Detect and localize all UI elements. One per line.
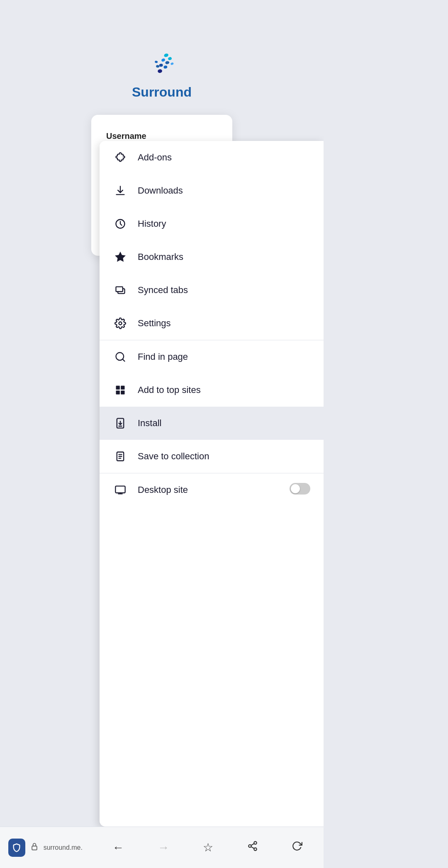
svg-marker-11 <box>115 252 125 261</box>
synced-tabs-label: Synced tabs <box>138 285 188 296</box>
settings-icon <box>113 316 128 331</box>
url-display[interactable]: surround.me... <box>44 844 83 851</box>
synced-tabs-icon <box>113 283 128 298</box>
svg-rect-16 <box>116 386 120 390</box>
svg-point-9 <box>155 61 158 63</box>
svg-point-4 <box>159 63 163 67</box>
grid-icon <box>113 383 128 398</box>
browser-bottom-bar: surround.me... ← → ☆ <box>0 827 324 868</box>
bookmark-button[interactable]: ☆ <box>198 837 218 858</box>
menu-item-synced-tabs[interactable]: Synced tabs <box>100 274 324 307</box>
history-label: History <box>138 218 166 229</box>
install-label: Install <box>138 418 161 429</box>
menu-item-desktop-site[interactable]: Desktop site <box>100 473 324 507</box>
puzzle-icon <box>113 150 128 165</box>
reload-button[interactable] <box>287 837 307 858</box>
menu-item-addons[interactable]: Add-ons <box>100 141 324 174</box>
browser-menu-dropdown: Add-ons Downloads History Bookmarks <box>100 141 324 827</box>
menu-item-add-top-sites[interactable]: Add to top sites <box>100 373 324 407</box>
brand-title: Surround <box>132 85 192 100</box>
svg-line-32 <box>251 847 254 849</box>
desktop-site-label: Desktop site <box>138 485 188 495</box>
svg-rect-28 <box>32 846 37 850</box>
svg-rect-19 <box>121 390 124 394</box>
save-collection-label: Save to collection <box>138 451 209 462</box>
svg-point-7 <box>156 65 160 68</box>
svg-point-8 <box>170 62 174 65</box>
search-icon <box>113 349 128 364</box>
save-collection-icon <box>113 449 128 464</box>
lock-icon <box>30 842 39 853</box>
browser-bar-left: surround.me... <box>0 839 91 857</box>
svg-point-13 <box>119 322 122 325</box>
desktop-site-icon <box>113 482 128 497</box>
forward-button[interactable]: → <box>153 838 174 858</box>
settings-label: Settings <box>138 318 171 329</box>
desktop-site-toggle-container[interactable] <box>290 483 310 497</box>
browser-nav-buttons: ← → ☆ <box>91 837 324 858</box>
svg-point-6 <box>158 69 162 73</box>
svg-line-15 <box>122 359 124 361</box>
svg-rect-12 <box>116 287 123 292</box>
bookmarks-label: Bookmarks <box>138 252 183 262</box>
svg-point-3 <box>161 58 166 62</box>
svg-rect-18 <box>116 390 120 394</box>
menu-item-save-collection[interactable]: Save to collection <box>100 440 324 473</box>
download-icon <box>113 183 128 198</box>
menu-item-find-in-page[interactable]: Find in page <box>100 340 324 373</box>
svg-point-5 <box>163 65 168 69</box>
svg-rect-17 <box>121 386 124 390</box>
downloads-label: Downloads <box>138 185 183 196</box>
shield-icon[interactable] <box>8 839 25 857</box>
svg-point-0 <box>163 53 169 58</box>
addons-label: Add-ons <box>138 152 172 163</box>
clock-icon <box>113 216 128 231</box>
username-label: Username <box>106 131 217 141</box>
star-icon <box>113 250 128 264</box>
menu-item-downloads[interactable]: Downloads <box>100 174 324 207</box>
back-button[interactable]: ← <box>107 838 129 858</box>
menu-item-settings[interactable]: Settings <box>100 307 324 340</box>
share-button[interactable] <box>242 837 263 858</box>
desktop-site-toggle[interactable] <box>290 483 310 495</box>
menu-item-install[interactable]: Install <box>100 407 324 440</box>
svg-rect-27 <box>115 486 125 493</box>
find-in-page-label: Find in page <box>138 352 188 362</box>
menu-item-bookmarks[interactable]: Bookmarks <box>100 240 324 274</box>
add-top-sites-label: Add to top sites <box>138 385 201 395</box>
install-icon <box>113 416 128 431</box>
svg-point-1 <box>168 57 172 61</box>
svg-line-33 <box>251 844 254 845</box>
svg-point-2 <box>165 61 170 65</box>
menu-item-history[interactable]: History <box>100 207 324 240</box>
brand-logo <box>145 50 178 85</box>
